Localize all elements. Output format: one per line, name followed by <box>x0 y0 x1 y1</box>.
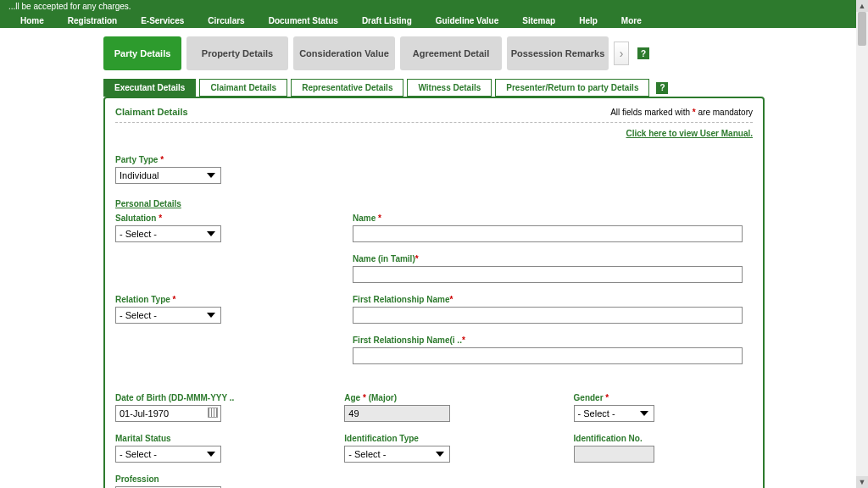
divider <box>115 122 753 123</box>
step-tabs: Party Details Property Details Considera… <box>103 36 765 70</box>
gender-label: Gender * <box>574 393 753 402</box>
form-panel: Claimant Details All fields marked with … <box>103 97 765 488</box>
scroll-thumb[interactable] <box>858 12 866 46</box>
step-help-icon[interactable]: ? <box>637 47 649 59</box>
menu-registration[interactable]: Registration <box>56 16 129 25</box>
menu-document-status[interactable]: Document Status <box>257 16 350 25</box>
scroll-up-icon[interactable]: ▲ <box>856 0 868 12</box>
user-manual-link[interactable]: Click here to view User Manual. <box>626 129 754 138</box>
party-type-select[interactable]: Individual <box>115 167 221 184</box>
salutation-label: Salutation * <box>115 214 327 223</box>
subtab-claimant[interactable]: Claimant Details <box>199 79 287 97</box>
name-tamil-input[interactable] <box>353 266 743 283</box>
idtype-label: Identification Type <box>344 434 548 443</box>
gender-select[interactable]: - Select - <box>574 405 654 422</box>
menu-guideline-value[interactable]: Guideline Value <box>424 16 510 25</box>
step-agreement-detail[interactable]: Agreement Detail <box>400 36 502 70</box>
menu-more[interactable]: More <box>609 16 654 25</box>
subtab-help-icon[interactable]: ? <box>656 82 668 94</box>
idtype-select[interactable]: - Select - <box>344 446 450 463</box>
age-label: Age * (Major) <box>344 393 548 402</box>
menu-help[interactable]: Help <box>567 16 609 25</box>
personal-details-heading: Personal Details <box>115 199 753 208</box>
dob-input[interactable] <box>115 405 221 422</box>
subtab-representative[interactable]: Representative Details <box>291 79 403 97</box>
menu-home[interactable]: Home <box>8 16 56 25</box>
step-party-details[interactable]: Party Details <box>103 36 181 70</box>
menu-eservices[interactable]: E-Services <box>129 16 196 25</box>
menu-sitemap[interactable]: Sitemap <box>510 16 567 25</box>
mandatory-note: All fields marked with * are mandatory <box>610 108 753 117</box>
relation-type-label: Relation Type * <box>115 295 327 304</box>
marital-select[interactable]: - Select - <box>115 446 221 463</box>
scroll-down-icon[interactable]: ▼ <box>856 476 868 488</box>
top-notice: ...ll be accepted for any charges. <box>0 0 868 13</box>
first-rel-tamil-input[interactable] <box>353 347 743 364</box>
age-input <box>344 405 450 422</box>
first-rel-input[interactable] <box>353 307 743 324</box>
step-next-arrow[interactable]: › <box>614 42 629 65</box>
chevron-right-icon: › <box>620 47 624 60</box>
salutation-select[interactable]: - Select - <box>115 225 221 242</box>
subtab-executant[interactable]: Executant Details <box>103 79 196 97</box>
sub-tabs: Executant Details Claimant Details Repre… <box>103 79 765 97</box>
menu-draft-listing[interactable]: Draft Listing <box>350 16 424 25</box>
profession-label: Profession <box>115 474 319 484</box>
name-tamil-label: Name (in Tamil)* <box>353 254 743 263</box>
calendar-icon[interactable] <box>208 408 218 418</box>
first-rel-label: First Relationship Name* <box>353 295 743 304</box>
panel-title: Claimant Details <box>115 107 188 117</box>
step-consideration-value[interactable]: Consideration Value <box>293 36 395 70</box>
scrollbar[interactable]: ▲ ▼ <box>856 0 868 488</box>
step-property-details[interactable]: Property Details <box>186 36 288 70</box>
subtab-witness[interactable]: Witness Details <box>407 79 492 97</box>
idno-label: Identification No. <box>574 434 753 443</box>
dob-label: Date of Birth (DD-MMM-YYY .. <box>115 393 319 402</box>
step-possession-remarks[interactable]: Possession Remarks <box>507 36 609 70</box>
menubar: Home Registration E-Services Circulars D… <box>0 13 868 28</box>
name-input[interactable] <box>353 225 743 242</box>
marital-label: Marital Status <box>115 434 319 443</box>
first-rel-tamil-label: First Relationship Name(i ..* <box>353 336 743 345</box>
relation-type-select[interactable]: - Select - <box>115 307 221 324</box>
name-label: Name * <box>353 214 743 223</box>
menu-circulars[interactable]: Circulars <box>196 16 256 25</box>
idno-input[interactable] <box>574 446 654 463</box>
party-type-label: Party Type * <box>115 155 310 164</box>
subtab-presenter[interactable]: Presenter/Return to party Details <box>495 79 649 97</box>
